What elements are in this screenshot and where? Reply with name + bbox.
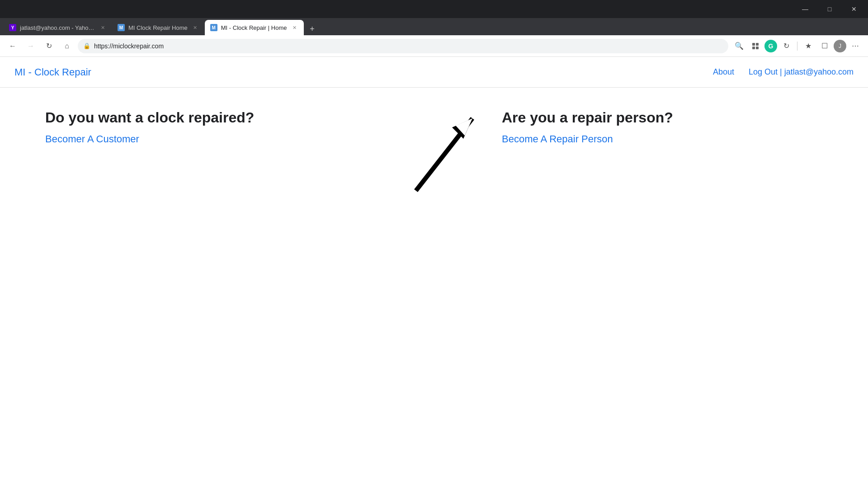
site-nav: MI - Clock Repair About Log Out | jatlas… [0,57,868,88]
home-button[interactable]: ⌂ [60,39,74,53]
refresh-icon[interactable]: ↻ [779,39,793,53]
customer-heading: Do you want a clock repaired? [45,109,366,126]
minimize-button[interactable]: — [795,2,816,16]
reload-button[interactable]: ↻ [42,39,56,53]
tab-clock-home[interactable]: M MI Clock Repair Home ✕ [112,20,205,35]
repair-person-section: Are you a repair person? Become A Repair… [493,109,832,200]
nav-about[interactable]: About [713,67,734,77]
svg-rect-2 [752,47,755,49]
become-repair-person-link[interactable]: Become A Repair Person [502,133,613,145]
tab-close-clock-2[interactable]: ✕ [290,23,298,32]
lock-icon: 🔒 [83,42,90,49]
grammarly-icon[interactable]: G [764,40,777,52]
tab-clock-active[interactable]: M MI - Clock Repair | Home ✕ [205,20,304,35]
tab-favicon-clock-2: M [210,24,217,31]
tabs-bar: Y jatlast@yahoo.com - Yahoo Mail ✕ M MI … [0,18,868,35]
address-bar[interactable]: 🔒 https://miclockrepair.com [78,39,728,53]
arrow-svg [402,100,493,200]
svg-rect-1 [756,43,759,46]
tab-title-yahoo: jatlast@yahoo.com - Yahoo Mail [20,24,95,31]
tab-close-yahoo[interactable]: ✕ [99,23,107,32]
title-bar: — □ ✕ [0,0,868,18]
browser-chrome: — □ ✕ Y jatlast@yahoo.com - Yahoo Mail ✕… [0,0,868,57]
tab-favicon-clock-1: M [118,24,125,31]
profile-avatar[interactable]: J [834,40,846,52]
back-button[interactable]: ← [5,39,20,53]
site-main: Do you want a clock repaired? Becomer A … [0,88,868,221]
svg-rect-0 [752,43,755,46]
svg-rect-3 [756,47,759,49]
favorites-icon[interactable]: ★ [801,39,816,53]
site-wrapper: MI - Clock Repair About Log Out | jatlas… [0,57,868,221]
arrow-annotation [402,100,493,200]
search-icon[interactable]: 🔍 [732,39,746,53]
tab-title-clock-1: MI Clock Repair Home [128,24,188,31]
tab-close-clock-1[interactable]: ✕ [191,23,199,32]
forward-button[interactable]: → [24,39,38,53]
maximize-button[interactable]: □ [819,2,840,16]
browser-actions: 🔍 G ↻ ★ ☐ J ⋯ [732,39,863,53]
site-brand[interactable]: MI - Clock Repair [14,66,91,78]
url-text: https://miclockrepair.com [94,42,723,50]
more-options-icon[interactable]: ⋯ [848,39,863,53]
site-nav-links: About Log Out | jatlast@yahoo.com [713,67,854,77]
separator [797,42,797,51]
address-bar-row: ← → ↻ ⌂ 🔒 https://miclockrepair.com 🔍 G … [0,35,868,57]
tab-title-clock-2: MI - Clock Repair | Home [221,24,287,31]
extensions-icon[interactable] [748,39,763,53]
new-tab-button[interactable]: + [306,23,318,35]
tab-favicon-yahoo: Y [9,24,16,31]
repair-person-heading: Are you a repair person? [502,109,823,126]
window-controls: — □ ✕ [795,2,864,16]
close-button[interactable]: ✕ [844,2,864,16]
become-customer-link[interactable]: Becomer A Customer [45,133,139,145]
tab-yahoo-mail[interactable]: Y jatlast@yahoo.com - Yahoo Mail ✕ [4,20,112,35]
collections-icon[interactable]: ☐ [817,39,832,53]
customer-section: Do you want a clock repaired? Becomer A … [36,109,375,200]
nav-logout[interactable]: Log Out | jatlast@yahoo.com [749,67,854,77]
